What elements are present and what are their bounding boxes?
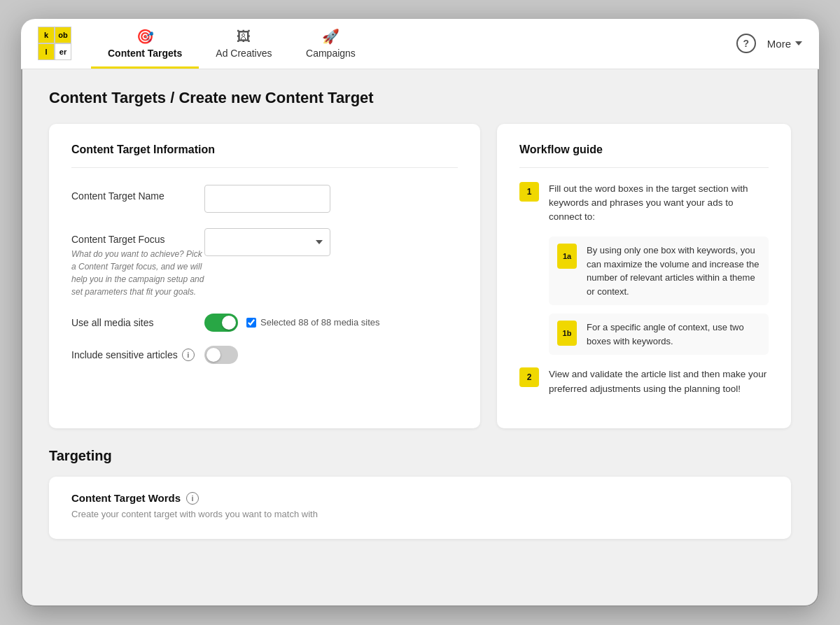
logo-cell-ob: ob xyxy=(55,27,71,43)
name-field-control xyxy=(204,185,458,213)
tab-campaigns[interactable]: 🚀 Campaigns xyxy=(288,19,372,69)
step-2-badge: 2 xyxy=(519,367,539,387)
logo-cell-k: k xyxy=(38,27,55,43)
content-target-focus-select[interactable] xyxy=(204,228,330,256)
nav-tabs: 🎯 Content Targets 🖼 Ad Creatives 🚀 Campa… xyxy=(91,19,372,69)
sensitive-label: Include sensitive articles i xyxy=(71,349,204,361)
more-button[interactable]: More xyxy=(767,38,802,50)
media-sites-checkbox[interactable] xyxy=(246,318,256,328)
name-form-row: Content Target Name xyxy=(71,185,458,213)
navbar-right: ? More xyxy=(736,34,802,53)
campaigns-icon: 🚀 xyxy=(322,28,340,45)
media-sites-label: Use all media sites xyxy=(71,317,204,328)
targeting-card: Content Target Words i Create your conte… xyxy=(49,477,791,539)
tab-campaigns-label: Campaigns xyxy=(306,48,356,59)
sub-step-1a-text: By using only one box with keywords, you… xyxy=(587,244,760,298)
tab-content-targets-label: Content Targets xyxy=(108,48,182,59)
workflow-step-1: 1 Fill out the word boxes in the target … xyxy=(519,182,769,225)
step-2-text: View and validate the article list and t… xyxy=(549,367,769,396)
sensitive-articles-toggle[interactable] xyxy=(204,346,238,364)
focus-label: Content Target Focus xyxy=(71,234,204,245)
tab-ad-creatives[interactable]: 🖼 Ad Creatives xyxy=(199,19,288,69)
logo-cell-l: l xyxy=(38,43,55,60)
content-targets-icon: 🎯 xyxy=(136,28,154,45)
workflow-guide-card: Workflow guide 1 Fill out the word boxes… xyxy=(497,124,791,428)
two-column-layout: Content Target Information Content Targe… xyxy=(49,124,791,428)
workflow-sub-step-1a: 1a By using only one box with keywords, … xyxy=(549,237,769,305)
targeting-card-title: Content Target Words i xyxy=(71,492,769,505)
sub-step-1b-badge: 1b xyxy=(557,321,577,346)
content-target-info-card: Content Target Information Content Targe… xyxy=(49,124,480,428)
workflow-title: Workflow guide xyxy=(519,143,769,156)
targeting-card-subtitle: Create your content target with words yo… xyxy=(71,509,769,519)
step-1-text: Fill out the word boxes in the target se… xyxy=(549,182,769,225)
focus-form-row: Content Target Focus What do you want to… xyxy=(71,228,458,298)
workflow-step-2: 2 View and validate the article list and… xyxy=(519,367,769,396)
sensitive-articles-row: Include sensitive articles i xyxy=(71,346,458,364)
media-sites-toggle[interactable] xyxy=(204,314,238,332)
page-title: Content Targets / Create new Content Tar… xyxy=(49,89,791,107)
targeting-info-icon[interactable]: i xyxy=(186,492,199,505)
tab-ad-creatives-label: Ad Creatives xyxy=(216,48,272,59)
step-1-badge: 1 xyxy=(519,182,539,202)
content-target-name-input[interactable] xyxy=(204,185,330,213)
focus-sublabel: What do you want to achieve? Pick a Cont… xyxy=(71,248,204,298)
media-sites-row: Use all media sites Selected 88 of 88 me… xyxy=(71,314,458,332)
logo-cell-er: er xyxy=(55,43,71,60)
info-card-title: Content Target Information xyxy=(71,143,458,156)
media-sites-checkbox-wrap: Selected 88 of 88 media sites xyxy=(246,317,380,328)
media-toggle-wrap: Selected 88 of 88 media sites xyxy=(204,314,380,332)
chevron-down-icon xyxy=(795,41,802,45)
tab-content-targets[interactable]: 🎯 Content Targets xyxy=(91,19,199,69)
main-content: Content Targets / Create new Content Tar… xyxy=(21,69,819,567)
logo[interactable]: k ob l er xyxy=(38,27,71,60)
name-label: Content Target Name xyxy=(71,190,204,202)
sub-step-1b-text: For a specific angle of context, use two… xyxy=(587,321,760,348)
targeting-section-title: Targeting xyxy=(49,448,791,464)
ad-creatives-icon: 🖼 xyxy=(237,29,251,45)
help-icon[interactable]: ? xyxy=(736,34,756,53)
focus-field-control xyxy=(204,228,458,256)
media-sites-checkbox-label: Selected 88 of 88 media sites xyxy=(260,317,380,328)
sub-step-1a-badge: 1a xyxy=(557,244,577,269)
workflow-sub-steps: 1a By using only one box with keywords, … xyxy=(549,237,769,355)
sensitive-info-icon[interactable]: i xyxy=(182,349,195,361)
navbar: k ob l er 🎯 Content Targets 🖼 Ad Creativ… xyxy=(21,19,819,69)
workflow-sub-step-1b: 1b For a specific angle of context, use … xyxy=(549,314,769,355)
